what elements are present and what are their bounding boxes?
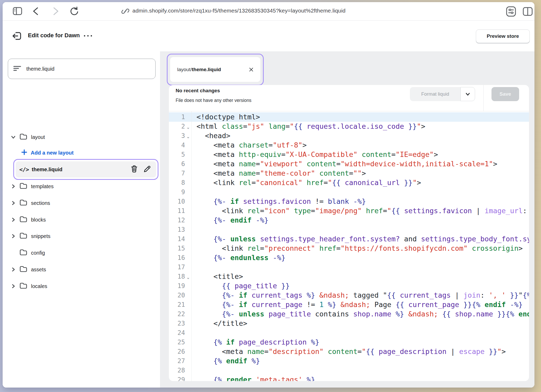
sidebar-toggle-icon[interactable] [11, 5, 23, 17]
code-text: {%- endunless -%} [191, 253, 285, 262]
code-text: <meta name="description" content="{{ pag… [191, 347, 506, 356]
file-search-box[interactable] [8, 59, 156, 79]
back-icon[interactable] [30, 5, 42, 17]
header-divider [483, 85, 484, 111]
chevron-down-icon[interactable] [10, 134, 17, 140]
split-view-icon[interactable] [522, 6, 534, 18]
code-text: <meta charset="utf-8"> [191, 140, 307, 150]
fold-chevron-icon[interactable]: ⌄ [185, 124, 191, 131]
code-text: <title> [191, 272, 243, 281]
chevron-right-icon[interactable] [10, 183, 17, 189]
code-text: <!doctype html> [191, 112, 260, 122]
code-file-icon: </> [19, 166, 29, 173]
sidebar-item-blocks[interactable]: blocks [8, 214, 158, 225]
code-line[interactable]: 12 {%- endif -%} [169, 216, 529, 225]
link-icon [120, 6, 130, 16]
format-dropdown-button[interactable] [460, 87, 475, 101]
code-text: {{ page_title }} [191, 281, 290, 291]
code-line[interactable]: 22 {%- unless page_title contains shop.n… [169, 309, 529, 319]
code-line[interactable]: 2⌄<html class="js" lang="{{ request.loca… [169, 122, 529, 131]
code-line[interactable]: 27 {% endif %} [169, 356, 529, 366]
exit-icon[interactable] [11, 30, 22, 41]
line-number: 27 [177, 356, 185, 366]
code-line[interactable]: 8 <link rel="canonical" href="{{ canonic… [169, 178, 529, 187]
chevron-right-icon[interactable] [10, 200, 17, 206]
line-number-gutter: 15 [169, 244, 191, 253]
delete-file-icon[interactable] [131, 165, 138, 174]
line-number-gutter: 11 [169, 206, 191, 216]
line-number-gutter: 7 [169, 169, 191, 178]
code-line[interactable]: 3⌄ <head> [169, 131, 529, 140]
code-line[interactable]: 23 </title> [169, 319, 529, 328]
folder-icon [19, 182, 27, 191]
tab-dir-label: layout/ [177, 67, 192, 72]
sidebar-item-layout[interactable]: layout [8, 131, 158, 143]
code-text: </title> [191, 319, 247, 328]
chevron-right-icon[interactable] [10, 283, 17, 289]
code-line[interactable]: 25 {% if page_description %} [169, 338, 529, 347]
search-input[interactable] [26, 66, 151, 72]
code-line[interactable]: 1<!doctype html> [169, 112, 529, 122]
close-icon[interactable] [248, 67, 254, 72]
chevron-right-icon[interactable] [10, 233, 17, 239]
sidebar-item-locales[interactable]: locales [8, 280, 158, 292]
format-liquid-button[interactable]: Format liquid [410, 87, 460, 101]
code-line[interactable]: 13 [169, 225, 529, 234]
code-line[interactable]: 24 [169, 328, 529, 338]
code-line[interactable]: 15 <link rel="preconnect" href="https://… [169, 244, 529, 253]
code-line[interactable]: 20 {%- if current_tags %} &ndash; tagged… [169, 291, 529, 300]
fold-chevron-icon[interactable]: ⌄ [185, 274, 191, 281]
sidebar-item-sections[interactable]: sections [8, 197, 158, 209]
browser-window: admin.shopify.com/store/rzq1xu-f5/themes… [3, 2, 534, 388]
sidebar-item-theme-liquid[interactable]: </> theme.liquid [16, 161, 156, 177]
overflow-menu-icon[interactable] [82, 34, 94, 38]
sidebar-item-templates[interactable]: templates [8, 181, 158, 192]
code-line[interactable]: 17 [169, 262, 529, 272]
line-number: 23 [177, 319, 185, 328]
add-new-layout-button[interactable]: Add a new layout [8, 147, 158, 158]
code-line[interactable]: 16 {%- endunless -%} [169, 253, 529, 262]
code-line[interactable]: 5 <meta http-equiv="X-UA-Compatible" con… [169, 150, 529, 159]
url-bar[interactable]: admin.shopify.com/store/rzq1xu-f5/themes… [132, 8, 346, 14]
code-line[interactable]: 21 {%- if current_page != 1 %} &ndash; P… [169, 300, 529, 309]
code-editor[interactable]: 1<!doctype html>2⌄<html class="js" lang=… [169, 111, 529, 381]
sidebar-item-snippets[interactable]: snippets [8, 230, 158, 242]
rename-file-icon[interactable] [143, 165, 151, 174]
line-number-gutter: 18⌄ [169, 272, 191, 281]
code-text: {% endif %} [191, 356, 260, 366]
folder-icon [19, 265, 27, 274]
sidebar-item-assets[interactable]: assets [8, 264, 158, 275]
code-line[interactable]: 11 <link rel="icon" type="image/png" hre… [169, 206, 529, 216]
chevron-right-icon[interactable] [10, 267, 17, 272]
active-tab-outline: layout/theme.liquid [167, 54, 264, 85]
line-number: 8 [181, 178, 185, 187]
code-line[interactable]: 6 <meta name="viewport" content="width=d… [169, 159, 529, 169]
tab-theme-liquid[interactable]: layout/theme.liquid [170, 57, 260, 82]
sidebar-item-label: layout [31, 134, 45, 140]
line-number-gutter: 8 [169, 178, 191, 187]
code-line[interactable]: 18⌄ <title> [169, 272, 529, 281]
chevron-right-icon[interactable] [10, 217, 17, 223]
tune-icon[interactable] [505, 5, 517, 17]
code-line[interactable]: 28 [169, 366, 529, 375]
fold-chevron-icon[interactable]: ⌄ [185, 133, 191, 141]
folder-icon [19, 199, 27, 207]
reload-icon[interactable] [68, 5, 80, 17]
code-line[interactable]: 4 <meta charset="utf-8"> [169, 140, 529, 150]
line-number: 29 [177, 375, 185, 381]
code-line[interactable]: 10 {%- if settings.favicon != blank -%} [169, 197, 529, 206]
line-number: 3 [181, 131, 185, 140]
line-number-gutter: 10 [169, 197, 191, 206]
preview-store-button[interactable]: Preview store [476, 29, 530, 43]
code-line[interactable]: 7 <meta name="theme-color" content=""> [169, 169, 529, 178]
line-number: 16 [177, 253, 185, 262]
code-line[interactable]: 14 {%- unless settings.type_header_font.… [169, 234, 529, 244]
code-line[interactable]: 19 {{ page_title }} [169, 281, 529, 291]
code-line[interactable]: 26 <meta name="description" content="{{ … [169, 347, 529, 356]
editor-main: layout/theme.liquid No recent changes Fi… [160, 51, 534, 388]
code-line[interactable]: 29 {% render 'meta-tags' %} [169, 375, 529, 381]
code-line[interactable]: 9 [169, 187, 529, 197]
save-button[interactable]: Save [491, 87, 519, 101]
sidebar-item-config[interactable]: config [8, 247, 158, 259]
code-text [191, 366, 196, 375]
